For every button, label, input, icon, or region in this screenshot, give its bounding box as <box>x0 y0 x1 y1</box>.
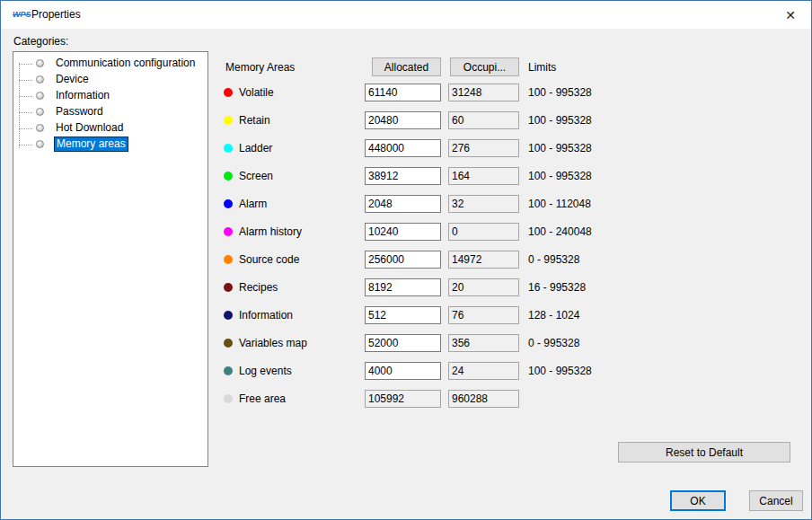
memory-row-retain: Retain100 - 995328 <box>1 106 812 134</box>
memory-row-information: Information128 - 1024 <box>1 301 812 329</box>
allocated-input[interactable] <box>365 195 441 213</box>
occupied-input <box>448 195 519 213</box>
memory-row-variables-map: Variables map0 - 995328 <box>1 329 812 357</box>
area-name-label: Volatile <box>239 86 274 99</box>
memory-row-volatile: Volatile100 - 995328 <box>1 78 812 106</box>
occupied-column-button[interactable]: Occupi... <box>450 57 519 76</box>
area-color-icon <box>224 311 233 320</box>
memory-row-source-code: Source code0 - 995328 <box>1 245 812 273</box>
memory-row-recipes: Recipes16 - 995328 <box>1 273 812 301</box>
allocated-input[interactable] <box>365 223 441 241</box>
allocated-input[interactable] <box>365 362 441 380</box>
limits-value-label: 100 - 995328 <box>528 86 592 99</box>
limits-value-label: 100 - 995328 <box>528 170 592 182</box>
occupied-input <box>448 167 519 185</box>
memory-row-log-events: Log events100 - 995328 <box>1 357 812 384</box>
wps-logo-icon: WPS <box>13 10 31 19</box>
cancel-button[interactable]: Cancel <box>749 490 803 511</box>
area-name-label: Recipes <box>239 281 278 294</box>
title-bar: WPS Properties ✕ <box>1 1 811 29</box>
ok-button[interactable]: OK <box>670 490 726 511</box>
occupied-input <box>448 251 519 269</box>
occupied-input <box>448 111 519 129</box>
occupied-input <box>448 334 519 352</box>
area-color-icon <box>224 394 233 403</box>
limits-column-label: Limits <box>528 61 556 74</box>
area-name-label: Variables map <box>239 337 307 349</box>
memory-row-alarm-history: Alarm history100 - 240048 <box>1 217 812 245</box>
allocated-column-button[interactable]: Allocated <box>372 57 441 76</box>
memory-row-alarm: Alarm100 - 112048 <box>1 189 812 217</box>
allocated-input[interactable] <box>365 111 441 129</box>
allocated-input[interactable] <box>365 278 441 296</box>
allocated-input[interactable] <box>365 251 441 269</box>
memory-row-screen: Screen100 - 995328 <box>1 162 812 189</box>
limits-value-label: 0 - 995328 <box>528 337 579 349</box>
area-color-icon <box>224 199 233 208</box>
reset-to-default-button[interactable]: Reset to Default <box>618 442 790 463</box>
area-color-icon <box>224 339 233 348</box>
area-name-label: Information <box>239 309 293 322</box>
allocated-input[interactable] <box>365 139 441 157</box>
area-name-label: Alarm <box>239 198 267 210</box>
area-name-label: Free area <box>239 392 286 405</box>
area-color-icon <box>224 227 233 236</box>
limits-value-label: 100 - 995328 <box>528 365 592 377</box>
area-color-icon <box>224 116 233 125</box>
area-name-label: Source code <box>239 253 299 266</box>
allocated-input[interactable] <box>365 167 441 185</box>
area-name-label: Retain <box>239 114 270 127</box>
limits-value-label: 16 - 995328 <box>528 281 586 294</box>
limits-value-label: 100 - 112048 <box>528 198 591 210</box>
limits-value-label: 100 - 995328 <box>528 142 592 154</box>
category-item-communication-configuration[interactable]: Communication configuration <box>13 56 207 72</box>
area-color-icon <box>224 366 233 375</box>
allocated-input <box>365 390 441 408</box>
memory-row-ladder: Ladder100 - 995328 <box>1 134 812 162</box>
allocated-input[interactable] <box>365 334 441 352</box>
allocated-input[interactable] <box>365 306 441 324</box>
memory-row-free-area: Free area <box>1 384 812 412</box>
area-name-label: Log events <box>239 365 292 377</box>
area-name-label: Ladder <box>239 142 272 154</box>
limits-value-label: 100 - 995328 <box>528 114 592 127</box>
categories-label: Categories: <box>13 35 68 48</box>
area-color-icon <box>224 283 233 292</box>
occupied-input <box>448 139 519 157</box>
area-color-icon <box>224 144 233 153</box>
tree-node-icon <box>36 59 44 67</box>
occupied-input <box>448 223 519 241</box>
area-name-label: Screen <box>239 170 273 182</box>
area-color-icon <box>224 255 233 264</box>
occupied-input <box>448 278 519 296</box>
close-icon[interactable]: ✕ <box>770 1 811 29</box>
allocated-input[interactable] <box>365 84 441 101</box>
limits-value-label: 0 - 995328 <box>528 253 579 266</box>
properties-dialog: WPS Properties ✕ Categories: Communicati… <box>0 0 812 520</box>
occupied-input <box>448 84 519 101</box>
memory-areas-label: Memory Areas <box>225 61 295 74</box>
limits-value-label: 128 - 1024 <box>528 309 579 322</box>
occupied-input <box>448 362 519 380</box>
occupied-input <box>448 390 519 408</box>
area-color-icon <box>224 88 233 97</box>
area-name-label: Alarm history <box>239 225 302 238</box>
category-item-label: Communication configuration <box>54 56 197 71</box>
occupied-input <box>448 306 519 324</box>
area-color-icon <box>224 172 233 181</box>
limits-value-label: 100 - 240048 <box>528 225 592 238</box>
window-title: Properties <box>31 8 81 21</box>
